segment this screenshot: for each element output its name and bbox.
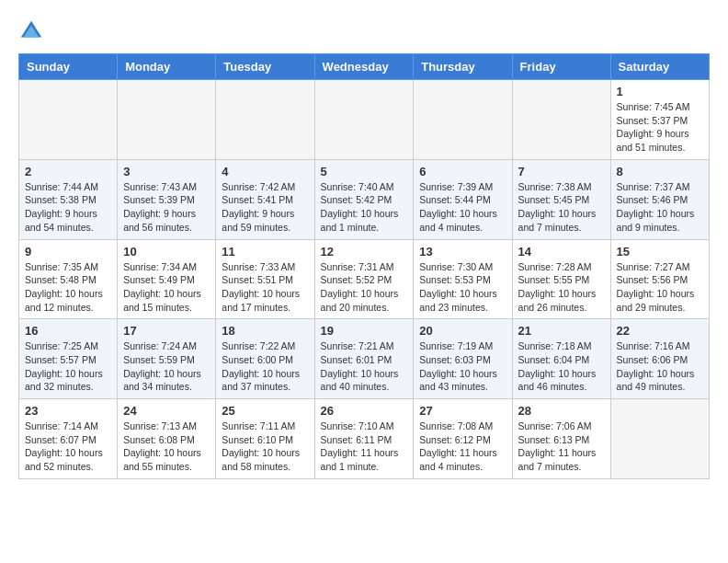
logo — [18, 18, 48, 44]
weekday-header-tuesday: Tuesday — [216, 54, 314, 80]
day-number: 11 — [222, 245, 308, 259]
calendar-week-row: 16Sunrise: 7:25 AM Sunset: 5:57 PM Dayli… — [19, 319, 710, 399]
calendar-day-cell — [118, 80, 216, 160]
day-number: 20 — [419, 324, 506, 338]
day-number: 3 — [123, 165, 210, 178]
day-info: Sunrise: 7:31 AM Sunset: 5:52 PM Dayligh… — [321, 260, 408, 315]
calendar-day-cell: 15Sunrise: 7:27 AM Sunset: 5:56 PM Dayli… — [610, 239, 709, 319]
calendar-day-cell: 14Sunrise: 7:28 AM Sunset: 5:55 PM Dayli… — [512, 239, 610, 319]
day-info: Sunrise: 7:34 AM Sunset: 5:49 PM Dayligh… — [123, 260, 210, 315]
calendar-day-cell: 19Sunrise: 7:21 AM Sunset: 6:01 PM Dayli… — [314, 319, 414, 399]
day-info: Sunrise: 7:10 AM Sunset: 6:11 PM Dayligh… — [321, 419, 408, 474]
calendar-day-cell: 20Sunrise: 7:19 AM Sunset: 6:03 PM Dayli… — [414, 319, 512, 399]
day-info: Sunrise: 7:21 AM Sunset: 6:01 PM Dayligh… — [321, 339, 408, 394]
day-number: 9 — [25, 245, 111, 259]
calendar-day-cell: 2Sunrise: 7:44 AM Sunset: 5:38 PM Daylig… — [19, 159, 118, 239]
day-info: Sunrise: 7:14 AM Sunset: 6:07 PM Dayligh… — [25, 419, 111, 474]
day-number: 12 — [321, 245, 408, 259]
day-info: Sunrise: 7:27 AM Sunset: 5:56 PM Dayligh… — [617, 260, 703, 315]
day-number: 28 — [518, 404, 605, 418]
day-info: Sunrise: 7:33 AM Sunset: 5:51 PM Dayligh… — [222, 260, 308, 315]
day-info: Sunrise: 7:08 AM Sunset: 6:12 PM Dayligh… — [419, 419, 506, 474]
day-info: Sunrise: 7:38 AM Sunset: 5:45 PM Dayligh… — [518, 180, 605, 235]
calendar-day-cell: 10Sunrise: 7:34 AM Sunset: 5:49 PM Dayli… — [118, 239, 216, 319]
calendar-day-cell: 17Sunrise: 7:24 AM Sunset: 5:59 PM Dayli… — [118, 319, 216, 399]
calendar-day-cell: 26Sunrise: 7:10 AM Sunset: 6:11 PM Dayli… — [314, 399, 414, 479]
calendar-day-cell — [610, 399, 709, 479]
calendar-day-cell: 27Sunrise: 7:08 AM Sunset: 6:12 PM Dayli… — [414, 399, 512, 479]
weekday-header-friday: Friday — [512, 54, 610, 80]
calendar-day-cell: 12Sunrise: 7:31 AM Sunset: 5:52 PM Dayli… — [314, 239, 414, 319]
day-number: 6 — [419, 165, 506, 178]
calendar-day-cell — [414, 80, 512, 160]
calendar-day-cell: 22Sunrise: 7:16 AM Sunset: 6:06 PM Dayli… — [610, 319, 709, 399]
weekday-header-monday: Monday — [118, 54, 216, 80]
day-info: Sunrise: 7:39 AM Sunset: 5:44 PM Dayligh… — [419, 180, 506, 235]
day-info: Sunrise: 7:30 AM Sunset: 5:53 PM Dayligh… — [419, 260, 506, 315]
calendar-day-cell: 28Sunrise: 7:06 AM Sunset: 6:13 PM Dayli… — [512, 399, 610, 479]
day-number: 14 — [518, 245, 605, 259]
day-info: Sunrise: 7:37 AM Sunset: 5:46 PM Dayligh… — [617, 180, 703, 235]
day-info: Sunrise: 7:28 AM Sunset: 5:55 PM Dayligh… — [518, 260, 605, 315]
day-info: Sunrise: 7:44 AM Sunset: 5:38 PM Dayligh… — [25, 180, 111, 235]
day-number: 22 — [617, 324, 703, 338]
calendar-day-cell: 4Sunrise: 7:42 AM Sunset: 5:41 PM Daylig… — [216, 159, 314, 239]
day-info: Sunrise: 7:43 AM Sunset: 5:39 PM Dayligh… — [123, 180, 210, 235]
logo-icon — [18, 18, 44, 44]
calendar-day-cell: 5Sunrise: 7:40 AM Sunset: 5:42 PM Daylig… — [314, 159, 414, 239]
day-number: 27 — [419, 404, 506, 418]
calendar-day-cell: 21Sunrise: 7:18 AM Sunset: 6:04 PM Dayli… — [512, 319, 610, 399]
calendar-day-cell: 23Sunrise: 7:14 AM Sunset: 6:07 PM Dayli… — [19, 399, 118, 479]
calendar-day-cell: 9Sunrise: 7:35 AM Sunset: 5:48 PM Daylig… — [19, 239, 118, 319]
day-number: 21 — [518, 324, 605, 338]
day-number: 13 — [419, 245, 506, 259]
calendar-day-cell: 24Sunrise: 7:13 AM Sunset: 6:08 PM Dayli… — [118, 399, 216, 479]
calendar-week-row: 23Sunrise: 7:14 AM Sunset: 6:07 PM Dayli… — [19, 399, 710, 479]
day-number: 1 — [617, 85, 703, 98]
day-number: 17 — [123, 324, 210, 338]
calendar-week-row: 1Sunrise: 7:45 AM Sunset: 5:37 PM Daylig… — [19, 80, 710, 160]
calendar-day-cell: 16Sunrise: 7:25 AM Sunset: 5:57 PM Dayli… — [19, 319, 118, 399]
calendar-day-cell — [216, 80, 314, 160]
weekday-header-thursday: Thursday — [414, 54, 512, 80]
day-number: 23 — [25, 404, 111, 418]
day-number: 4 — [222, 165, 308, 178]
day-info: Sunrise: 7:24 AM Sunset: 5:59 PM Dayligh… — [123, 339, 210, 394]
calendar-day-cell: 3Sunrise: 7:43 AM Sunset: 5:39 PM Daylig… — [118, 159, 216, 239]
day-number: 25 — [222, 404, 308, 418]
calendar-day-cell: 1Sunrise: 7:45 AM Sunset: 5:37 PM Daylig… — [610, 80, 709, 160]
calendar-day-cell — [314, 80, 414, 160]
day-info: Sunrise: 7:40 AM Sunset: 5:42 PM Dayligh… — [321, 180, 408, 235]
calendar-day-cell — [512, 80, 610, 160]
day-info: Sunrise: 7:35 AM Sunset: 5:48 PM Dayligh… — [25, 260, 111, 315]
day-number: 2 — [25, 165, 111, 178]
day-info: Sunrise: 7:22 AM Sunset: 6:00 PM Dayligh… — [222, 339, 308, 394]
day-info: Sunrise: 7:19 AM Sunset: 6:03 PM Dayligh… — [419, 339, 506, 394]
day-number: 18 — [222, 324, 308, 338]
weekday-header-wednesday: Wednesday — [314, 54, 414, 80]
day-info: Sunrise: 7:25 AM Sunset: 5:57 PM Dayligh… — [25, 339, 111, 394]
day-number: 10 — [123, 245, 210, 259]
calendar-day-cell: 8Sunrise: 7:37 AM Sunset: 5:46 PM Daylig… — [610, 159, 709, 239]
calendar-table: SundayMondayTuesdayWednesdayThursdayFrid… — [18, 53, 710, 479]
day-number: 19 — [321, 324, 408, 338]
calendar-header-row: SundayMondayTuesdayWednesdayThursdayFrid… — [19, 54, 710, 80]
day-number: 24 — [123, 404, 210, 418]
day-number: 26 — [321, 404, 408, 418]
day-number: 5 — [321, 165, 408, 178]
day-number: 15 — [617, 245, 703, 259]
day-info: Sunrise: 7:06 AM Sunset: 6:13 PM Dayligh… — [518, 419, 605, 474]
day-info: Sunrise: 7:42 AM Sunset: 5:41 PM Dayligh… — [222, 180, 308, 235]
day-info: Sunrise: 7:13 AM Sunset: 6:08 PM Dayligh… — [123, 419, 210, 474]
day-number: 8 — [617, 165, 703, 178]
day-info: Sunrise: 7:18 AM Sunset: 6:04 PM Dayligh… — [518, 339, 605, 394]
calendar-day-cell — [19, 80, 118, 160]
calendar-day-cell: 13Sunrise: 7:30 AM Sunset: 5:53 PM Dayli… — [414, 239, 512, 319]
day-info: Sunrise: 7:45 AM Sunset: 5:37 PM Dayligh… — [617, 100, 703, 155]
calendar-day-cell: 18Sunrise: 7:22 AM Sunset: 6:00 PM Dayli… — [216, 319, 314, 399]
page-header — [18, 18, 710, 44]
day-info: Sunrise: 7:11 AM Sunset: 6:10 PM Dayligh… — [222, 419, 308, 474]
calendar-day-cell: 7Sunrise: 7:38 AM Sunset: 5:45 PM Daylig… — [512, 159, 610, 239]
weekday-header-saturday: Saturday — [610, 54, 709, 80]
day-number: 7 — [518, 165, 605, 178]
